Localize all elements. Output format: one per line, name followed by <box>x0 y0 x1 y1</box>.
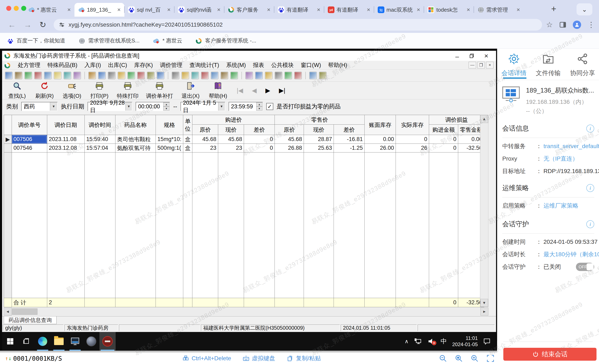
col-header[interactable]: 差价 <box>244 124 275 135</box>
toolbar-icon[interactable] <box>88 72 96 79</box>
toolbar-icon[interactable] <box>309 72 317 79</box>
table-cell[interactable]: 23 <box>218 144 244 152</box>
menu-item[interactable]: 调价管理 <box>160 61 182 69</box>
taskbar-clock[interactable]: 11:01 2024-01-05 <box>452 335 478 347</box>
tab-close-icon[interactable]: × <box>216 7 221 13</box>
mdi-restore-icon[interactable]: ❐ <box>477 62 485 68</box>
info-icon[interactable]: i <box>586 220 594 228</box>
toolbar-icon[interactable] <box>54 72 61 79</box>
toolbar-icon[interactable] <box>157 72 164 79</box>
toolbar-icon[interactable] <box>191 72 199 79</box>
table-cell[interactable]: 500mg:1( <box>156 144 183 152</box>
tab-search-chevron-icon[interactable]: ⌄ <box>577 3 592 15</box>
toolbar-icon[interactable] <box>5 72 12 79</box>
volume-muted-icon[interactable]: ✕ <box>427 337 435 345</box>
col-header[interactable]: 规格 <box>156 115 183 135</box>
col-header[interactable]: 药品名称 <box>115 115 156 135</box>
table-cell[interactable]: 0 <box>244 135 275 144</box>
toolbar-icon[interactable] <box>211 72 218 79</box>
toolbar-button-help[interactable]: ?帮助(H) <box>208 81 228 100</box>
browser-tab[interactable]: 客户服务× <box>224 3 274 17</box>
toolbar-icon[interactable] <box>44 72 52 79</box>
col-header[interactable]: 现价 <box>218 124 244 135</box>
toolbar-icon[interactable] <box>64 72 71 79</box>
network-icon[interactable] <box>414 337 422 345</box>
detail-value[interactable]: 最大180分钟（剩余109分钟） <box>544 250 599 258</box>
end-session-button[interactable]: 结束会话 <box>503 348 597 361</box>
forward-icon[interactable]: → <box>24 20 32 29</box>
table-cell[interactable]: -16.81 <box>334 135 365 144</box>
tune-icon[interactable] <box>59 22 65 28</box>
tab-close-icon[interactable]: × <box>466 7 471 13</box>
toolbar-icon[interactable] <box>230 72 238 79</box>
zoom-reset-icon[interactable] <box>455 354 463 363</box>
toolbar-icon[interactable] <box>221 72 228 79</box>
ime-indicator[interactable]: 中 <box>440 337 447 346</box>
browser-tab[interactable]: todesk怎× <box>424 3 474 17</box>
table-cell[interactable]: 45.68 <box>275 135 304 144</box>
macos-close-icon[interactable] <box>6 6 11 11</box>
browser-tab[interactable]: sql的nvl函× <box>174 3 224 17</box>
reload-icon[interactable]: ↻ <box>40 20 46 29</box>
table-cell[interactable]: 2023.11.08 <box>47 135 84 144</box>
date-to-select[interactable]: 2024年 1月 5日▼ <box>181 102 225 111</box>
table-cell[interactable]: -1.25 <box>334 144 365 152</box>
record-nav-icon[interactable]: ▶ <box>265 87 270 94</box>
col-header[interactable]: 购进金额 <box>429 124 458 135</box>
table-cell[interactable]: 盒 <box>183 135 192 144</box>
toolbar-icon[interactable] <box>73 72 81 79</box>
taskbar-edge-icon[interactable] <box>35 332 51 351</box>
taskbar-sphere-app-icon[interactable] <box>83 332 99 351</box>
table-cell[interactable]: 26.00 <box>365 144 396 152</box>
toolbar-icon[interactable] <box>201 72 209 79</box>
tab-close-icon[interactable]: × <box>116 7 122 13</box>
task-view-button[interactable] <box>18 332 35 351</box>
tab-close-icon[interactable]: × <box>366 7 371 13</box>
menu-item[interactable]: 特殊药品(B) <box>47 61 77 69</box>
info-icon[interactable]: i <box>586 184 594 192</box>
toolbar-icon[interactable] <box>108 72 115 79</box>
price-adjust-table[interactable]: 调价单号 调价日期 调价时间 药品名称 规格 单位 购进价 零售价 账面库存 实… <box>4 115 484 307</box>
ctrl-alt-delete-button[interactable]: Ctrl+Alt+Delete <box>182 355 231 362</box>
toolbar-icon[interactable] <box>319 72 326 79</box>
toolbar-button-printer[interactable]: 调价单补打 <box>146 81 173 100</box>
browser-tab[interactable]: yd有道翻译× <box>324 3 374 17</box>
zoom-in-icon[interactable] <box>470 354 479 363</box>
browser-tab[interactable]: sql nvl_百× <box>124 3 174 17</box>
taskbar-explorer-icon[interactable] <box>51 332 67 351</box>
table-cell[interactable]: 15:59:40 <box>84 135 115 144</box>
window-close-icon[interactable]: × <box>481 52 492 60</box>
profile-avatar[interactable] <box>573 21 581 29</box>
virtual-keyboard-button[interactable]: 虚拟键盘 <box>243 355 275 362</box>
action-center-icon[interactable] <box>483 337 491 345</box>
menu-item[interactable]: 窗口(W) <box>301 61 321 69</box>
detail-value[interactable]: 无（IP直连） <box>544 155 578 163</box>
macos-minimize-icon[interactable] <box>14 6 19 11</box>
toolbar-icon[interactable] <box>246 72 253 79</box>
menu-item[interactable]: 入库(I) <box>84 61 101 69</box>
toolbar-icon[interactable] <box>284 72 292 79</box>
table-cell[interactable]: 0 <box>429 135 458 144</box>
browser-tab[interactable]: 知mac双系统× <box>374 3 424 17</box>
menu-item[interactable]: 帮助(H) <box>328 61 347 69</box>
record-nav-icon[interactable]: |◀ <box>237 87 243 94</box>
tab-close-icon[interactable]: × <box>316 7 321 13</box>
mdi-close-icon[interactable]: × <box>486 62 493 68</box>
zero-profit-checkbox[interactable]: ✓ <box>266 103 273 110</box>
toolbar-icon[interactable] <box>294 72 302 79</box>
bookmark-item[interactable]: * 惠世云 <box>153 37 182 44</box>
tab-session-details[interactable]: 会话详情 <box>497 53 531 77</box>
table-row[interactable]: ▶0075062023.11.0815:59:40奥司他韦颗粒15mg*10:盒… <box>4 135 484 144</box>
category-select[interactable]: 西药▼ <box>21 102 58 111</box>
remote-desktop-viewport[interactable]: 东海发热门诊药房管理子系统 - [药品调价信息查询] × 处方管理特殊药品(B)… <box>0 49 497 351</box>
menu-item[interactable]: 库存(K) <box>134 61 153 69</box>
toolbar-button-printer[interactable]: 打印(P) <box>89 81 109 100</box>
browser-tab[interactable]: 需求管理× <box>474 3 524 17</box>
new-tab-button[interactable]: + <box>551 5 556 13</box>
vertical-scrollbar[interactable]: ▲ ▼ <box>480 115 488 307</box>
side-panel-icon[interactable] <box>559 21 567 28</box>
toolbar-button-printer[interactable]: 特殊打印 <box>117 81 139 100</box>
table-row[interactable]: 0075462023.12.0815:57:04氨酚双氢可待500mg:1(盒2… <box>4 144 484 152</box>
toolbar-icon[interactable] <box>15 72 22 79</box>
col-header[interactable]: 原价 <box>275 124 304 135</box>
